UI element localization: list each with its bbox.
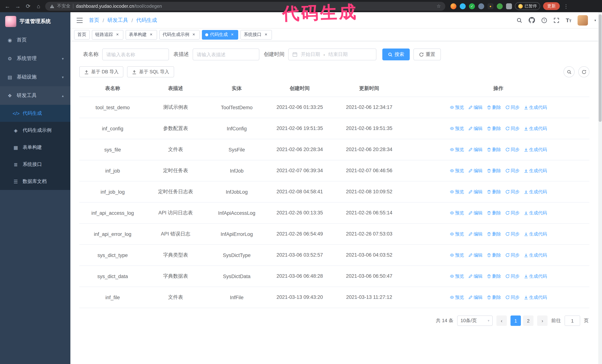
edit-action[interactable]: 编辑 bbox=[468, 252, 483, 258]
preview-action[interactable]: 预览 bbox=[450, 273, 464, 279]
home-icon[interactable]: ⌂ bbox=[35, 3, 42, 9]
reload-icon[interactable]: ⟳ bbox=[24, 3, 32, 10]
sync-action[interactable]: 同步 bbox=[505, 231, 520, 237]
edit-action[interactable]: 编辑 bbox=[468, 125, 483, 132]
delete-action[interactable]: 删除 bbox=[487, 167, 501, 174]
generate-code-action[interactable]: 生成代码 bbox=[524, 167, 547, 174]
extension-icon[interactable] bbox=[451, 3, 456, 9]
page-button-1[interactable]: 1 bbox=[510, 315, 521, 326]
edit-action[interactable]: 编辑 bbox=[468, 231, 483, 237]
bookmark-star-icon[interactable]: ☆ bbox=[437, 3, 441, 9]
delete-action[interactable]: 删除 bbox=[487, 294, 501, 301]
browser-update-button[interactable]: 更新 bbox=[543, 2, 560, 10]
paused-badge[interactable]: 已暂停 bbox=[515, 2, 540, 10]
tab-close-icon[interactable]: × bbox=[149, 32, 154, 37]
tab[interactable]: 代码生成 × bbox=[202, 30, 238, 40]
sync-action[interactable]: 同步 bbox=[505, 273, 520, 279]
help-icon[interactable]: ? bbox=[541, 17, 547, 23]
preview-action[interactable]: 预览 bbox=[450, 167, 464, 174]
goto-page-input[interactable] bbox=[565, 315, 580, 326]
sidebar-item-home[interactable]: ◉ 首页 bbox=[0, 31, 70, 49]
sync-action[interactable]: 同步 bbox=[505, 146, 520, 153]
delete-action[interactable]: 删除 bbox=[487, 189, 501, 195]
extension-icon[interactable] bbox=[460, 3, 466, 9]
preview-action[interactable]: 预览 bbox=[450, 146, 464, 153]
sidebar-subitem-badge[interactable]: ◈ 代码生成示例 bbox=[0, 122, 70, 139]
delete-action[interactable]: 删除 bbox=[487, 210, 501, 216]
sync-action[interactable]: 同步 bbox=[505, 125, 520, 132]
github-icon[interactable] bbox=[529, 17, 535, 23]
sync-action[interactable]: 同步 bbox=[505, 252, 520, 258]
search-button[interactable]: 搜索 bbox=[382, 49, 410, 60]
sidebar-subitem-form[interactable]: ▦ 表单构建 bbox=[0, 139, 70, 156]
tab-close-icon[interactable]: × bbox=[115, 32, 120, 37]
prev-page-button[interactable]: ‹ bbox=[496, 315, 507, 326]
preview-action[interactable]: 预览 bbox=[450, 252, 464, 258]
sync-action[interactable]: 同步 bbox=[505, 210, 520, 216]
sidebar-subitem-code[interactable]: </> 代码生成 bbox=[0, 105, 70, 122]
delete-action[interactable]: 删除 bbox=[487, 146, 501, 153]
date-range-picker[interactable]: 开始日期 - 结束日期 bbox=[288, 49, 376, 60]
sync-action[interactable]: 同步 bbox=[505, 294, 520, 301]
import-db-button[interactable]: 基于 DB 导入 bbox=[79, 66, 124, 77]
preview-action[interactable]: 预览 bbox=[450, 189, 464, 195]
delete-action[interactable]: 删除 bbox=[487, 231, 501, 237]
delete-action[interactable]: 删除 bbox=[487, 104, 501, 111]
extension-icon[interactable]: ✓ bbox=[469, 3, 475, 9]
preview-action[interactable]: 预览 bbox=[450, 231, 464, 237]
menu-fold-icon[interactable] bbox=[76, 18, 83, 23]
refresh-button[interactable] bbox=[578, 66, 589, 77]
generate-code-action[interactable]: 生成代码 bbox=[524, 231, 547, 237]
page-button-2[interactable]: 2 bbox=[523, 315, 533, 326]
tab[interactable]: 系统接口 × bbox=[240, 30, 272, 40]
preview-action[interactable]: 预览 bbox=[450, 294, 464, 301]
edit-action[interactable]: 编辑 bbox=[468, 146, 483, 153]
extension-icon[interactable]: ● bbox=[487, 3, 494, 9]
tab[interactable]: 首页 bbox=[74, 30, 90, 40]
generate-code-action[interactable]: 生成代码 bbox=[524, 294, 547, 301]
sync-action[interactable]: 同步 bbox=[505, 104, 520, 111]
avatar-caret-icon[interactable]: ▾ bbox=[594, 18, 596, 22]
breadcrumb-item[interactable]: 首页 bbox=[89, 17, 99, 23]
next-page-button[interactable]: › bbox=[537, 315, 548, 326]
browser-menu-icon[interactable]: ⋮ bbox=[563, 3, 569, 9]
generate-code-action[interactable]: 生成代码 bbox=[524, 189, 547, 195]
extension-icon[interactable] bbox=[478, 3, 484, 9]
preview-action[interactable]: 预览 bbox=[450, 125, 464, 132]
breadcrumb-item[interactable]: 代码生成 bbox=[136, 17, 157, 23]
sidebar-item-infra[interactable]: ▤ 基础设施 ▾ bbox=[0, 68, 70, 86]
fullscreen-icon[interactable] bbox=[553, 17, 559, 23]
scrollbar[interactable] bbox=[598, 12, 602, 364]
tab[interactable]: 表单构建 × bbox=[126, 30, 157, 40]
back-icon[interactable]: ← bbox=[4, 3, 11, 9]
puzzle-extension-icon[interactable] bbox=[506, 3, 512, 9]
edit-action[interactable]: 编辑 bbox=[468, 273, 483, 279]
app-logo[interactable]: 芋道管理系统 bbox=[0, 12, 70, 31]
tab[interactable]: 代码生成示例 × bbox=[159, 30, 200, 40]
generate-code-action[interactable]: 生成代码 bbox=[524, 210, 547, 216]
delete-action[interactable]: 删除 bbox=[487, 252, 501, 258]
sidebar-item-gear[interactable]: ⚙ 系统管理 ▾ bbox=[0, 49, 70, 68]
user-avatar[interactable] bbox=[578, 15, 588, 25]
forward-icon[interactable]: → bbox=[14, 3, 22, 9]
edit-action[interactable]: 编辑 bbox=[468, 104, 483, 111]
tab[interactable]: 链路追踪 × bbox=[92, 30, 123, 40]
toggle-search-button[interactable] bbox=[563, 66, 575, 77]
edit-action[interactable]: 编辑 bbox=[468, 210, 483, 216]
extension-icon[interactable] bbox=[497, 3, 503, 9]
preview-action[interactable]: 预览 bbox=[450, 210, 464, 216]
search-icon[interactable] bbox=[516, 17, 522, 23]
page-size-select[interactable]: 10条/页 ▾ bbox=[457, 315, 493, 326]
sidebar-subitem-api[interactable]: ≣ 系统接口 bbox=[0, 156, 70, 173]
sidebar-item-tools[interactable]: ❖ 研发工具 ▴ bbox=[0, 86, 70, 105]
generate-code-action[interactable]: 生成代码 bbox=[524, 146, 547, 153]
scrollbar-thumb[interactable] bbox=[599, 14, 602, 122]
import-sql-button[interactable]: 基于 SQL 导入 bbox=[127, 66, 174, 77]
tab-close-icon[interactable]: × bbox=[230, 32, 235, 37]
reset-button[interactable]: 重置 bbox=[413, 49, 441, 60]
preview-action[interactable]: 预览 bbox=[450, 104, 464, 111]
tab-close-icon[interactable]: × bbox=[263, 32, 269, 37]
delete-action[interactable]: 删除 bbox=[487, 125, 501, 132]
table-desc-input[interactable] bbox=[193, 49, 259, 60]
table-name-input[interactable] bbox=[102, 49, 169, 60]
